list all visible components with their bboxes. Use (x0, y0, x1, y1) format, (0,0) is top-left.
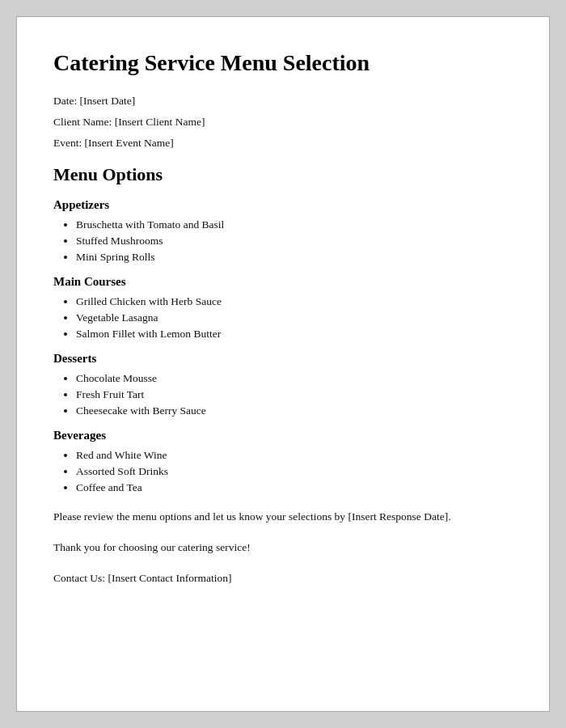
meta-event: Event: [Insert Event Name] (53, 137, 513, 150)
footer-thank-you-text: Thank you for choosing our catering serv… (53, 540, 513, 556)
category-title-beverages: Beverages (53, 429, 513, 442)
document-title: Catering Service Menu Selection (53, 49, 513, 77)
meta-date: Date: [Insert Date] (53, 95, 513, 108)
footer-review-text: Please review the menu options and let u… (53, 509, 513, 525)
list-item: Salmon Fillet with Lemon Butter (76, 328, 513, 341)
list-item: Chocolate Mousse (76, 372, 513, 385)
beverages-list: Red and White Wine Assorted Soft Drinks … (53, 449, 513, 494)
category-title-main-courses: Main Courses (53, 275, 513, 289)
appetizers-list: Bruschetta with Tomato and Basil Stuffed… (53, 218, 513, 264)
list-item: Bruschetta with Tomato and Basil (76, 218, 513, 231)
menu-options-heading: Menu Options (53, 164, 513, 185)
list-item: Coffee and Tea (76, 481, 513, 494)
page-container: Catering Service Menu Selection Date: [I… (16, 16, 550, 712)
meta-client: Client Name: [Insert Client Name] (53, 116, 513, 129)
list-item: Stuffed Mushrooms (76, 235, 513, 248)
list-item: Assorted Soft Drinks (76, 465, 513, 478)
list-item: Mini Spring Rolls (76, 251, 513, 264)
category-title-desserts: Desserts (53, 352, 513, 366)
desserts-list: Chocolate Mousse Fresh Fruit Tart Cheese… (53, 372, 513, 417)
list-item: Grilled Chicken with Herb Sauce (76, 295, 513, 308)
footer-contact-text: Contact Us: [Insert Contact Information] (53, 570, 513, 586)
list-item: Fresh Fruit Tart (76, 388, 513, 401)
list-item: Cheesecake with Berry Sauce (76, 404, 513, 417)
main-courses-list: Grilled Chicken with Herb Sauce Vegetabl… (53, 295, 513, 341)
list-item: Red and White Wine (76, 449, 513, 462)
category-title-appetizers: Appetizers (53, 198, 513, 212)
list-item: Vegetable Lasagna (76, 311, 513, 324)
